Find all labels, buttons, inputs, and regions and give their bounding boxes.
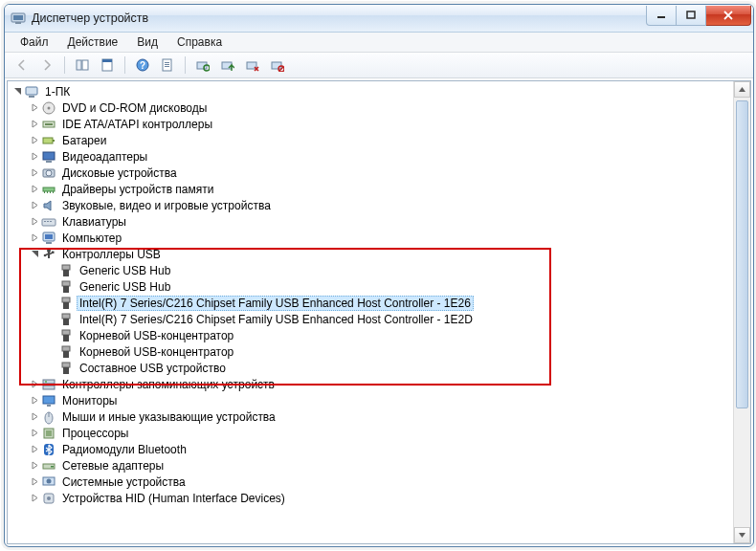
svg-rect-5 <box>77 60 81 70</box>
tree-category[interactable]: Мыши и иные указывающие устройства <box>10 408 733 425</box>
tree-device[interactable]: ▷Intel(R) 7 Series/C216 Chipset Family U… <box>10 311 733 327</box>
tree-device-label: Generic USB Hub <box>77 280 173 294</box>
expander-icon[interactable] <box>29 103 40 112</box>
expander-icon[interactable] <box>29 217 40 226</box>
expander-icon[interactable] <box>29 445 40 453</box>
expander-icon[interactable] <box>29 380 40 388</box>
usb-device-icon <box>58 312 74 327</box>
expander-icon[interactable] <box>29 201 40 209</box>
tree-category[interactable]: Мониторы <box>10 392 733 408</box>
tree-category[interactable]: Устройства HID (Human Interface Devices) <box>10 490 733 506</box>
maximize-button[interactable] <box>677 6 706 26</box>
tree-category-label: Системные устройства <box>59 475 189 489</box>
svg-rect-52 <box>63 286 69 293</box>
tree-category[interactable]: Контроллеры запоминающих устройств <box>10 376 733 392</box>
svg-point-65 <box>45 381 47 383</box>
tree-device[interactable]: ▷Корневой USB-концентратор <box>10 343 733 360</box>
tree-device[interactable]: ▷Intel(R) 7 Series/C216 Chipset Family U… <box>10 295 733 311</box>
tree-root[interactable]: 1-ПК <box>10 83 733 99</box>
svg-rect-27 <box>43 138 53 143</box>
expander-icon[interactable] <box>29 477 40 486</box>
tree-category-label: Видеоадаптеры <box>59 150 150 164</box>
tree-category[interactable]: Радиомодули Bluetooth <box>10 441 733 457</box>
expander-icon[interactable] <box>29 412 40 421</box>
titlebar: Диспетчер устройств <box>5 5 753 33</box>
scan-hardware-button[interactable] <box>191 54 214 77</box>
vertical-scrollbar[interactable] <box>733 81 750 543</box>
toolbar-separator <box>185 56 186 74</box>
tree-category[interactable]: Системные устройства <box>10 474 733 490</box>
tree-category[interactable]: Звуковые, видео и игровые устройства <box>10 197 733 213</box>
tree-device-label: Корневой USB-концентратор <box>77 329 236 342</box>
tree-category[interactable]: Сетевые адаптеры <box>10 457 733 474</box>
expander-icon[interactable] <box>29 250 40 258</box>
expander-icon[interactable] <box>29 429 40 437</box>
tree-category-label: Дисковые устройства <box>59 166 180 180</box>
expander-icon[interactable] <box>29 136 40 144</box>
expander-icon[interactable] <box>29 185 40 193</box>
help-button[interactable]: ? <box>131 54 154 77</box>
expander-icon[interactable] <box>29 233 40 242</box>
device-tree[interactable]: 1-ПКDVD и CD-ROM дисководыIDE ATA/ATAPI … <box>8 81 733 543</box>
show-hide-tree-button[interactable] <box>71 54 94 77</box>
menubar: Файл Действие Вид Справка <box>5 33 753 53</box>
tree-device[interactable]: ▷Корневой USB-концентратор <box>10 327 733 343</box>
tree-category[interactable]: DVD и CD-ROM дисководы <box>10 99 733 116</box>
svg-rect-1 <box>13 15 23 20</box>
uninstall-button[interactable] <box>241 54 264 77</box>
svg-rect-43 <box>45 234 53 239</box>
expander-icon[interactable] <box>29 461 40 470</box>
svg-rect-4 <box>687 11 695 18</box>
tree-category[interactable]: Клавиатуры <box>10 213 733 230</box>
tree-category-label: Компьютер <box>59 231 124 245</box>
menu-view[interactable]: Вид <box>129 33 166 51</box>
disc-icon <box>41 100 56 116</box>
update-driver-button[interactable] <box>216 54 239 77</box>
menu-help[interactable]: Справка <box>169 33 230 51</box>
tree-device[interactable]: ▷Составное USB устройство <box>10 360 733 376</box>
menu-file[interactable]: Файл <box>12 33 56 51</box>
tree-category[interactable]: Компьютер <box>10 230 733 246</box>
expander-icon[interactable] <box>29 152 40 161</box>
tree-device-label: Составное USB устройство <box>77 362 229 375</box>
usb-device-icon <box>58 296 74 311</box>
cpu-icon <box>41 426 56 441</box>
tree-category[interactable]: Дисковые устройства <box>10 165 733 181</box>
tree-category[interactable]: Видеоадаптеры <box>10 148 733 165</box>
tree-category[interactable]: Контроллеры USB <box>10 246 733 262</box>
system-icon <box>41 474 56 490</box>
svg-rect-53 <box>62 298 70 302</box>
expander-icon[interactable] <box>29 494 40 502</box>
tree-device[interactable]: ▷Generic USB Hub <box>10 278 733 295</box>
svg-rect-12 <box>165 62 169 63</box>
tree-category[interactable]: Процессоры <box>10 425 733 441</box>
scroll-down-button[interactable] <box>734 527 750 543</box>
computer-icon <box>24 84 39 99</box>
tree-category-label: Мониторы <box>59 394 120 408</box>
hid-icon <box>41 491 56 506</box>
tree-device[interactable]: ▷Generic USB Hub <box>10 262 733 278</box>
computer-icon <box>41 231 56 246</box>
tree-category[interactable]: IDE ATA/ATAPI контроллеры <box>10 116 733 132</box>
close-button[interactable] <box>706 6 751 26</box>
disable-button[interactable] <box>266 54 289 77</box>
svg-rect-60 <box>63 351 69 358</box>
tree-category[interactable]: Батареи <box>10 132 733 148</box>
scroll-up-button[interactable] <box>734 81 750 98</box>
menu-action[interactable]: Действие <box>60 33 126 51</box>
svg-rect-59 <box>62 346 70 351</box>
svg-rect-48 <box>52 251 55 253</box>
minimize-button[interactable] <box>646 6 677 26</box>
expander-icon[interactable] <box>11 87 23 96</box>
properties-page-button[interactable] <box>156 54 179 77</box>
expander-icon[interactable] <box>29 120 40 128</box>
scroll-thumb[interactable] <box>736 100 748 408</box>
expander-icon[interactable] <box>29 396 40 405</box>
properties-button[interactable] <box>96 54 119 77</box>
svg-rect-17 <box>222 62 232 69</box>
svg-rect-64 <box>43 386 55 389</box>
tree-device-label: Generic USB Hub <box>77 264 173 277</box>
tree-category[interactable]: Драйверы устройств памяти <box>10 181 733 197</box>
svg-rect-58 <box>63 335 69 342</box>
expander-icon[interactable] <box>29 168 40 177</box>
